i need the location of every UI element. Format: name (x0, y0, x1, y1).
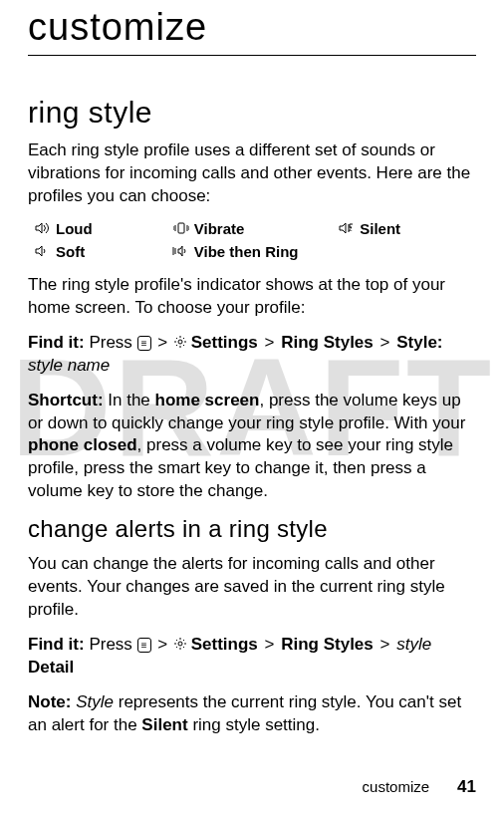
style-vibrate: Vibrate (172, 220, 339, 237)
style-vibe-then-ring: Vibe then Ring (172, 243, 339, 260)
gear-icon (174, 335, 186, 353)
footer: customize 41 (363, 777, 476, 797)
shortcut-label: Shortcut: (28, 391, 104, 409)
press-text: Press (89, 635, 131, 654)
svg-text:z: z (349, 225, 353, 232)
note-paragraph: Note: Style represents the current ring … (28, 691, 476, 737)
vibrate-icon (172, 221, 190, 235)
ring-style-intro: Each ring style profile uses a different… (28, 139, 476, 208)
page-title: customize (28, 0, 476, 56)
phone-closed-bold: phone closed (28, 435, 137, 454)
section-change-alerts-heading: change alerts in a ring style (28, 515, 476, 543)
page-content: customize ring style Each ring style pro… (0, 0, 504, 737)
gt-icon: > (380, 333, 390, 352)
shortcut-paragraph: Shortcut: In the home screen, press the … (28, 390, 476, 504)
text: In the (108, 391, 150, 409)
silent-bold: Silent (141, 715, 187, 734)
style-silent: z Silent (338, 220, 476, 237)
change-alerts-intro: You can change the alerts for incoming c… (28, 553, 476, 622)
section-ring-style-heading: ring style (28, 96, 476, 130)
nav-ring-styles: Ring Styles (281, 333, 374, 352)
gt-icon: > (265, 635, 275, 654)
find-it-2: Find it: Press ≡ > Settings > Ring Style… (28, 634, 476, 679)
menu-key-icon: ≡ (137, 336, 151, 351)
find-it-label: Find it: (28, 333, 85, 352)
style-label: Vibrate (194, 220, 245, 237)
svg-point-3 (178, 642, 182, 646)
svg-rect-0 (178, 223, 184, 233)
page-number: 41 (457, 777, 476, 797)
vibe-ring-icon (172, 244, 190, 258)
svg-point-2 (178, 340, 182, 344)
soft-icon (34, 244, 52, 258)
gt-icon: > (157, 635, 167, 654)
nav-settings: Settings (191, 333, 258, 352)
note-style-ital: Style (76, 692, 114, 711)
style-label: Vibe then Ring (194, 243, 299, 260)
style-label: Soft (56, 243, 85, 260)
nav-style-prefix: Style: (396, 333, 442, 352)
gear-icon (174, 637, 186, 655)
text: ring style setting. (192, 715, 320, 734)
style-loud: Loud (34, 220, 172, 237)
find-it-1: Find it: Press ≡ > Settings > Ring Style… (28, 332, 476, 378)
nav-ring-styles: Ring Styles (281, 635, 374, 654)
footer-label: customize (363, 778, 430, 795)
menu-key-icon: ≡ (137, 638, 151, 653)
style-label: Loud (56, 220, 93, 237)
gt-icon: > (157, 333, 167, 352)
press-text: Press (89, 333, 131, 352)
gt-icon: > (380, 635, 390, 654)
note-label: Note: (28, 692, 71, 711)
silent-icon: z (338, 221, 356, 235)
nav-detail: Detail (28, 658, 74, 677)
find-it-label: Find it: (28, 635, 85, 654)
gt-icon: > (265, 333, 275, 352)
style-soft: Soft (34, 243, 172, 260)
nav-settings: Settings (191, 635, 258, 654)
nav-style-name: style name (28, 356, 110, 375)
ring-style-after-table: The ring style profile's indicator shows… (28, 274, 476, 320)
nav-style-ital: style (396, 635, 431, 654)
loud-icon (34, 221, 52, 235)
home-screen-bold: home screen (155, 391, 260, 409)
style-label: Silent (360, 220, 400, 237)
ring-styles-table: Loud Vibrate z Silent Soft Vibe then Rin… (34, 220, 476, 260)
